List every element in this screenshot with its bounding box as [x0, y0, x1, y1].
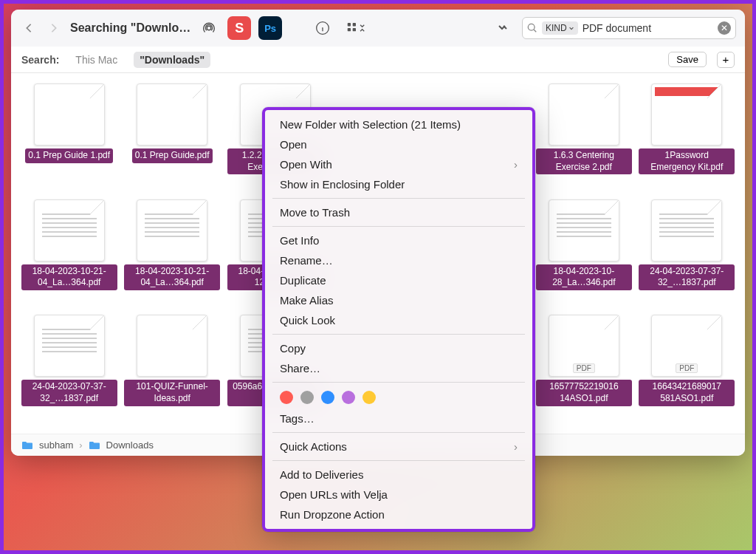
toolbar: Searching "Downlo… S Ps KIND PDF documen…	[11, 10, 745, 47]
menu-separator	[272, 460, 525, 461]
chevron-right-icon: ›	[514, 440, 518, 453]
file-label: 24-04-2023-07-37-32_…1837.pdf	[21, 380, 117, 406]
menu-quick-actions[interactable]: Quick Actions›	[265, 437, 532, 456]
file-label: 24-04-2023-07-37-32_…1837.pdf	[639, 264, 735, 290]
file-item[interactable]: 0.1 Prep Guide 1.pdf	[20, 83, 118, 192]
file-thumbnail	[34, 83, 105, 146]
scope-downloads[interactable]: "Downloads"	[134, 52, 210, 68]
info-icon[interactable]	[312, 17, 334, 39]
menu-separator	[272, 198, 525, 199]
file-thumbnail	[137, 83, 207, 146]
menu-copy[interactable]: Copy	[265, 338, 532, 358]
file-label: 18-04-2023-10-21-04_La…364.pdf	[21, 264, 117, 290]
file-thumbnail	[549, 199, 619, 261]
app-icon-photoshop[interactable]: Ps	[258, 16, 282, 40]
search-value: PDF document	[583, 22, 713, 34]
menu-open[interactable]: Open	[265, 134, 532, 154]
file-label: 1Password Emergency Kit.pdf	[639, 148, 735, 174]
menu-new-folder[interactable]: New Folder with Selection (21 Items)	[265, 114, 532, 134]
menu-alias[interactable]: Make Alias	[265, 290, 532, 310]
menu-trash[interactable]: Move to Trash	[265, 202, 532, 222]
file-item[interactable]: 1Password Emergency Kit.pdf	[638, 83, 736, 192]
file-item[interactable]: 1.6.3 Centering Exercise 2.pdf	[535, 83, 633, 192]
file-label: 16577752219016 14ASO1.pdf	[536, 380, 632, 406]
tag-color[interactable]	[321, 391, 334, 404]
path-downloads[interactable]: Downloads	[106, 440, 154, 451]
file-thumbnail	[651, 83, 722, 146]
view-options-icon[interactable]	[341, 17, 371, 39]
svg-point-0	[207, 26, 211, 30]
tag-color[interactable]	[362, 391, 376, 404]
file-thumbnail	[34, 315, 105, 377]
tag-color[interactable]	[300, 391, 314, 404]
file-item[interactable]: 24-04-2023-07-37-32_…1837.pdf	[20, 315, 118, 423]
file-thumbnail	[651, 199, 722, 261]
svg-point-6	[528, 24, 535, 30]
search-kind-chip[interactable]: KIND	[542, 21, 578, 35]
svg-rect-3	[353, 23, 356, 26]
file-label: 1.6.3 Centering Exercise 2.pdf	[536, 148, 632, 174]
menu-tags[interactable]: Tags…	[265, 408, 532, 428]
menu-show-enclosing[interactable]: Show in Enclosing Folder	[265, 174, 532, 194]
folder-icon	[21, 440, 33, 451]
file-label: 0.1 Prep Guide 1.pdf	[25, 148, 113, 163]
menu-dropzone[interactable]: Run Dropzone Action	[265, 505, 532, 524]
scope-bar: Search: This Mac "Downloads" Save +	[11, 47, 745, 73]
file-item[interactable]: PDF16643421689017 581ASO1.pdf	[638, 315, 736, 423]
file-item[interactable]: 24-04-2023-07-37-32_…1837.pdf	[638, 199, 736, 308]
file-thumbnail: PDF	[651, 315, 722, 377]
menu-get-info[interactable]: Get Info	[265, 230, 532, 250]
menu-open-with[interactable]: Open With›	[265, 154, 532, 174]
add-criteria-button[interactable]: +	[717, 52, 735, 68]
menu-tag-colors	[265, 386, 532, 408]
menu-separator	[272, 334, 525, 335]
file-thumbnail: PDF	[549, 315, 619, 377]
forward-button[interactable]	[45, 19, 63, 37]
file-item[interactable]: 18-04-2023-10-28_La…346.pdf	[535, 199, 633, 308]
menu-separator	[272, 432, 525, 433]
back-button[interactable]	[20, 19, 38, 37]
menu-deliveries[interactable]: Add to Deliveries	[265, 465, 532, 485]
tag-color[interactable]	[280, 391, 293, 404]
file-thumbnail	[34, 199, 105, 261]
file-label: 18-04-2023-10-28_La…346.pdf	[536, 264, 632, 290]
svg-rect-4	[348, 28, 351, 31]
menu-duplicate[interactable]: Duplicate	[265, 270, 532, 290]
menu-separator	[272, 382, 525, 383]
scope-label: Search:	[21, 54, 59, 66]
search-icon	[527, 23, 537, 33]
app-icon-s[interactable]: S	[227, 16, 251, 40]
menu-rename[interactable]: Rename…	[265, 250, 532, 270]
path-separator: ›	[79, 440, 82, 451]
file-item[interactable]: 18-04-2023-10-21-04_La…364.pdf	[123, 199, 221, 308]
menu-separator	[272, 226, 525, 227]
file-label: 101-QUIZ-Funnel-Ideas.pdf	[124, 380, 220, 406]
menu-share[interactable]: Share…	[265, 358, 532, 378]
overflow-icon[interactable]	[492, 17, 515, 39]
menu-quick-look[interactable]: Quick Look	[265, 310, 532, 330]
svg-rect-5	[353, 28, 356, 31]
file-thumbnail	[549, 83, 619, 146]
svg-rect-2	[348, 23, 351, 26]
file-item[interactable]: PDF16577752219016 14ASO1.pdf	[535, 315, 633, 423]
scope-this-mac[interactable]: This Mac	[69, 52, 123, 68]
search-field[interactable]: KIND PDF document ✕	[522, 17, 736, 39]
folder-icon	[89, 440, 100, 451]
path-user[interactable]: subham	[39, 440, 73, 451]
file-thumbnail	[137, 199, 207, 261]
menu-velja[interactable]: Open URLs with Velja	[265, 485, 532, 505]
file-item[interactable]: 18-04-2023-10-21-04_La…364.pdf	[20, 199, 118, 308]
save-search-button[interactable]: Save	[668, 52, 707, 67]
tag-color[interactable]	[342, 391, 355, 404]
context-menu: New Folder with Selection (21 Items) Ope…	[262, 107, 535, 532]
airdrop-icon[interactable]	[198, 17, 220, 39]
chevron-right-icon: ›	[514, 158, 518, 171]
window-title: Searching "Downlo…	[70, 21, 190, 35]
file-label: 18-04-2023-10-21-04_La…364.pdf	[124, 264, 220, 290]
file-item[interactable]: 101-QUIZ-Funnel-Ideas.pdf	[123, 315, 221, 423]
clear-search-icon[interactable]: ✕	[718, 21, 731, 35]
file-item[interactable]: 0.1 Prep Guide.pdf	[123, 83, 221, 192]
file-label: 16643421689017 581ASO1.pdf	[639, 380, 735, 406]
file-label: 0.1 Prep Guide.pdf	[132, 148, 213, 163]
file-thumbnail	[137, 315, 207, 377]
